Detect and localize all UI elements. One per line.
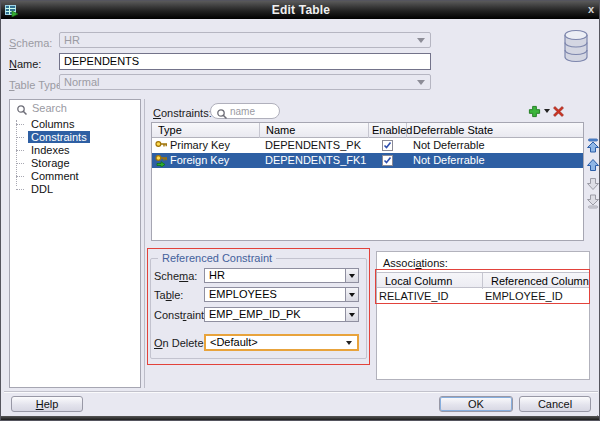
constraints-table: Type Name Enabled Deferrable State Prima… [151,122,584,241]
close-icon[interactable]: x [588,3,594,15]
delete-x-icon [552,105,565,118]
constraint-row-primary-key[interactable]: Primary Key DEPENDENTS_PK Not Deferrable [152,138,583,153]
help-button[interactable]: Help [11,396,83,412]
associations-label: Associations: [383,257,448,269]
arrow-up-bar-icon [586,138,600,153]
name-input[interactable]: DEPENDENTS [59,53,431,70]
constraint-row-foreign-key[interactable]: Foreign Key DEPENDENTS_FK1 Not Deferrabl… [152,153,583,168]
col-type[interactable]: Type [152,123,260,138]
annotation-box-referenced-constraint [147,248,370,365]
tree-item-ddl[interactable]: DDL [10,183,140,196]
arrow-down-bar-icon [586,194,600,209]
sidebar-search-placeholder: Search [32,102,67,114]
table-type-label: Table Type: [9,79,65,91]
schema-label: Schema: [9,37,52,49]
tree-item-constraints[interactable]: Constraints [10,131,140,144]
ok-button[interactable]: OK [439,396,513,412]
foreign-key-icon [155,154,168,171]
arrow-down-icon [586,177,600,191]
move-to-bottom-button[interactable] [586,194,600,213]
panel-splitter[interactable] [144,99,145,388]
chevron-down-icon [417,80,425,85]
move-up-button[interactable] [586,158,600,176]
database-icon [563,29,589,68]
bottom-separator [4,391,598,393]
window-bottom-edge [1,416,600,421]
title-bar[interactable]: Edit Table x [1,1,600,19]
schema-select: HR [59,32,431,48]
table-type-select: Normal [59,74,431,90]
settings-tree: Columns Constraints Indexes Storage Comm… [10,118,140,196]
add-constraint-button[interactable] [528,104,541,122]
col-name[interactable]: Name [260,123,369,138]
constraints-filter-input[interactable]: name [210,103,280,119]
enabled-checkbox[interactable] [382,155,393,166]
navigation-panel: Search Columns Constraints Indexes Stora… [9,99,141,388]
chevron-down-icon [417,38,425,43]
tree-item-storage[interactable]: Storage [10,157,140,170]
annotation-box-associations [375,269,590,304]
arrow-up-icon [586,158,600,172]
schema-value: HR [64,34,80,46]
constraints-label: Constraints: [153,107,212,119]
plus-icon [528,105,541,118]
edit-table-dialog: Edit Table x Schema: HR Name: DEPENDENTS… [0,0,600,421]
delete-constraint-button[interactable] [552,104,565,122]
tree-item-indexes[interactable]: Indexes [10,144,140,157]
sidebar-search-input[interactable]: Search [10,100,140,116]
name-label: Name: [9,58,41,70]
cancel-button[interactable]: Cancel [519,396,591,412]
constraints-table-header[interactable]: Type Name Enabled Deferrable State [152,123,583,138]
constraints-filter-placeholder: name [230,106,255,117]
enabled-checkbox[interactable] [382,140,393,151]
tree-item-comment[interactable]: Comment [10,170,140,183]
window-title: Edit Table [1,3,600,17]
move-down-button[interactable] [586,177,600,195]
table-type-value: Normal [64,76,99,88]
tree-item-columns[interactable]: Columns [10,118,140,131]
move-to-top-button[interactable] [586,138,600,157]
add-constraint-dropdown-icon[interactable] [544,109,550,113]
col-enabled[interactable]: Enabled [369,123,407,138]
col-deferrable-state[interactable]: Deferrable State [407,123,583,138]
